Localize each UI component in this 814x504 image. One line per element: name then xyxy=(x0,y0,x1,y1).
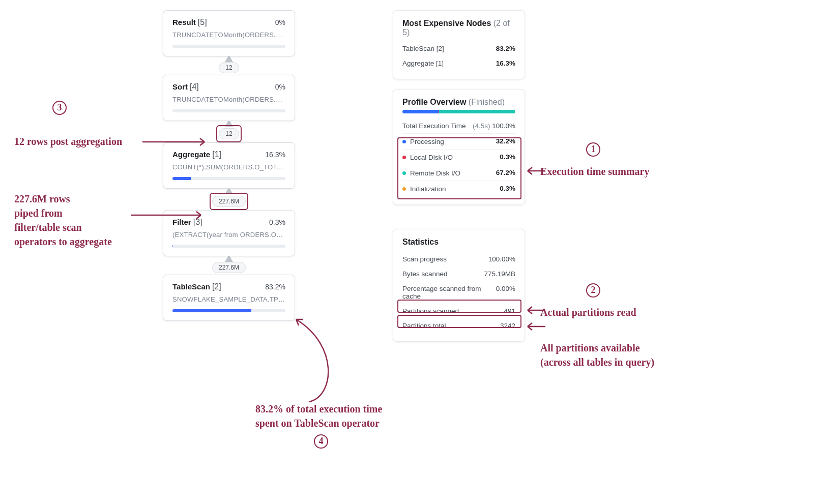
stat-val: 100.00% xyxy=(488,255,515,263)
badge-3: 3 xyxy=(52,100,67,115)
node-progress xyxy=(172,45,285,48)
stat-val: 775.19MB xyxy=(484,270,515,278)
panel-title: Statistics xyxy=(402,238,515,247)
node-detail: TRUNCDATETOMonth(ORDERS.O_ORDE... xyxy=(172,96,285,103)
arrow-icon xyxy=(525,166,545,176)
stat-label: Bytes scanned xyxy=(402,270,448,278)
dot-icon xyxy=(402,156,406,159)
dot-icon xyxy=(402,187,406,191)
node-name: Sort xyxy=(172,82,188,91)
flow-arrow: 227.6M xyxy=(163,189,295,210)
plan-node-result[interactable]: Result[5] 0% TRUNCDATETOMonth(ORDERS.O_O… xyxy=(163,10,295,56)
ov-pct: 0.3% xyxy=(500,153,515,161)
node-name: Result xyxy=(172,18,196,26)
node-progress xyxy=(172,177,285,180)
node-detail: TRUNCDATETOMonth(ORDERS.O_ORDE... xyxy=(172,31,285,39)
node-progress xyxy=(172,309,285,312)
stat-val: 3242 xyxy=(500,322,515,330)
flow-arrow: 12 xyxy=(163,56,295,75)
stat-label: Scan progress xyxy=(402,255,447,263)
ov-label: Processing xyxy=(410,138,444,145)
ov-label: Remote Disk I/O xyxy=(410,169,460,177)
annotation-exec-summary: Execution time summary xyxy=(540,164,649,179)
ov-pct: 32.2% xyxy=(496,137,515,145)
arrow-curve-icon xyxy=(294,315,334,407)
ov-pct: 67.2% xyxy=(496,169,515,176)
highlight-pill-227m: 227.6M xyxy=(210,193,248,210)
row-count-pill: 227.6M xyxy=(212,262,246,273)
highlight-pill-12: 12 xyxy=(216,125,241,142)
total-exec-time: (4.5s) xyxy=(473,122,490,130)
plan-node-aggregate[interactable]: Aggregate[1] 16.3% COUNT(*),SUM(ORDERS.O… xyxy=(163,142,295,189)
total-exec-label: Total Execution Time xyxy=(402,122,466,130)
panel-statistics[interactable]: Statistics Scan progress100.00% Bytes sc… xyxy=(393,229,525,342)
exp-row-name: TableScan [2] xyxy=(402,45,444,52)
node-id: [1] xyxy=(212,150,221,159)
row-count-pill: 227.6M xyxy=(212,196,246,207)
panel-title: Profile Overview xyxy=(402,98,466,106)
stat-val: 0.00% xyxy=(496,285,515,292)
ov-pct: 0.3% xyxy=(500,185,515,192)
arrow-icon xyxy=(525,305,545,315)
badge-2: 2 xyxy=(586,282,600,298)
node-progress xyxy=(172,109,285,112)
node-detail: (EXTRACT(year from ORDERS.O_ORDER... xyxy=(172,231,285,239)
arrow-icon xyxy=(142,137,209,147)
node-detail: SNOWFLAKE_SAMPLE_DATA.TPCH_SF1... xyxy=(172,295,285,303)
node-pct: 0.3% xyxy=(269,218,285,226)
stat-val: 491 xyxy=(504,307,515,315)
node-id: [5] xyxy=(198,18,207,26)
dot-icon xyxy=(402,171,406,175)
exp-row-pct: 16.3% xyxy=(496,60,515,67)
ov-label: Initialization xyxy=(410,185,446,193)
row-count-pill: 12 xyxy=(219,128,239,139)
stat-label: Partitions scanned xyxy=(402,307,459,315)
ov-label: Local Disk I/O xyxy=(410,154,453,161)
panel-title: Most Expensive Nodes xyxy=(402,19,491,27)
node-name: Aggregate xyxy=(172,150,210,159)
node-id: [2] xyxy=(212,282,221,291)
dot-icon xyxy=(402,140,406,143)
annotation-partitions-total: All partitions available (across all tab… xyxy=(540,341,654,369)
badge-4: 4 xyxy=(314,433,328,449)
exp-row-name: Aggregate [1] xyxy=(402,60,444,67)
flow-arrow: 227.6M xyxy=(163,256,295,275)
node-pct: 0% xyxy=(275,18,285,26)
plan-node-tablescan[interactable]: TableScan[2] 83.2% SNOWFLAKE_SAMPLE_DATA… xyxy=(163,275,295,321)
annotation-227m-rows: 227.6M rows piped from filter/table scan… xyxy=(14,192,112,249)
exp-row-pct: 83.2% xyxy=(496,45,515,52)
query-plan-graph: Result[5] 0% TRUNCDATETOMonth(ORDERS.O_O… xyxy=(163,10,295,321)
annotation-12-rows: 12 rows post aggregation xyxy=(14,134,122,149)
arrow-icon xyxy=(525,321,545,332)
total-exec-pct: 100.0% xyxy=(492,122,515,130)
node-detail: COUNT(*),SUM(ORDERS.O_TOTALPRICE) xyxy=(172,163,285,171)
panel-expensive-nodes[interactable]: Most Expensive Nodes (2 of 5) TableScan … xyxy=(393,10,525,79)
node-progress xyxy=(172,245,285,248)
badge-1: 1 xyxy=(586,141,600,157)
row-count-pill: 12 xyxy=(219,62,239,73)
overview-bar xyxy=(402,110,515,113)
stat-label: Partitions total xyxy=(402,322,446,330)
node-pct: 83.2% xyxy=(265,283,285,291)
node-name: TableScan xyxy=(172,282,210,291)
plan-node-sort[interactable]: Sort[4] 0% TRUNCDATETOMonth(ORDERS.O_ORD… xyxy=(163,75,295,121)
stat-label: Percentage scanned from cache xyxy=(402,285,496,300)
arrow-icon xyxy=(131,210,205,220)
node-id: [4] xyxy=(190,82,199,91)
node-pct: 0% xyxy=(275,83,285,91)
node-pct: 16.3% xyxy=(265,151,285,159)
panel-profile-overview[interactable]: Profile Overview (Finished) Total Execut… xyxy=(393,89,525,205)
panel-subtitle: (Finished) xyxy=(469,98,505,106)
annotation-partitions-read: Actual partitions read xyxy=(540,305,636,319)
